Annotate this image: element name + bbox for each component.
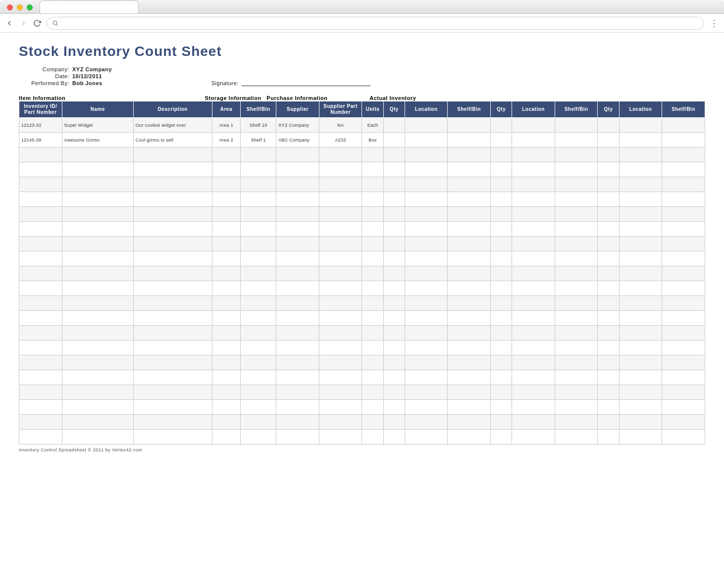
cell[interactable]: [276, 430, 319, 444]
cell[interactable]: [619, 341, 662, 355]
cell[interactable]: [662, 266, 705, 281]
cell[interactable]: [619, 355, 662, 370]
cell[interactable]: [448, 400, 491, 415]
cell[interactable]: [662, 133, 705, 147]
cell[interactable]: [491, 415, 512, 430]
cell[interactable]: [212, 326, 241, 341]
cell[interactable]: [383, 177, 405, 192]
cell[interactable]: [383, 355, 405, 370]
cell[interactable]: [212, 281, 241, 296]
cell[interactable]: [319, 207, 362, 222]
cell[interactable]: [362, 177, 383, 192]
cell[interactable]: [362, 385, 383, 400]
cell[interactable]: [491, 326, 512, 341]
cell[interactable]: [212, 430, 241, 444]
cell[interactable]: [383, 147, 405, 162]
cell[interactable]: [662, 177, 705, 192]
cell[interactable]: [62, 385, 133, 400]
cell[interactable]: [362, 281, 383, 296]
cell[interactable]: [491, 251, 512, 266]
cell[interactable]: [512, 296, 555, 311]
cell[interactable]: [362, 311, 383, 326]
cell[interactable]: [512, 222, 555, 237]
cell[interactable]: [555, 341, 598, 355]
cell[interactable]: [241, 311, 276, 326]
cell[interactable]: [662, 118, 705, 133]
cell[interactable]: [448, 355, 491, 370]
cell[interactable]: [405, 400, 448, 415]
cell[interactable]: [276, 237, 319, 251]
cell[interactable]: [448, 118, 491, 133]
cell[interactable]: [448, 147, 491, 162]
cell[interactable]: [555, 370, 598, 385]
back-button[interactable]: [5, 19, 14, 28]
cell[interactable]: [662, 207, 705, 222]
cell[interactable]: [362, 237, 383, 251]
cell[interactable]: [19, 400, 62, 415]
cell[interactable]: [598, 237, 619, 251]
cell[interactable]: [241, 296, 276, 311]
forward-button[interactable]: [19, 19, 28, 28]
cell[interactable]: [448, 430, 491, 444]
cell[interactable]: [133, 355, 212, 370]
cell[interactable]: [619, 133, 662, 147]
cell[interactable]: Our coolest widget ever: [133, 118, 212, 133]
cell[interactable]: [383, 207, 405, 222]
cell[interactable]: [212, 162, 241, 177]
cell[interactable]: [383, 311, 405, 326]
cell[interactable]: Super Widget: [62, 118, 133, 133]
cell[interactable]: [212, 222, 241, 237]
cell[interactable]: [491, 430, 512, 444]
cell[interactable]: [62, 266, 133, 281]
cell[interactable]: [619, 400, 662, 415]
cell[interactable]: [555, 281, 598, 296]
cell[interactable]: [512, 118, 555, 133]
cell[interactable]: [619, 147, 662, 162]
cell[interactable]: [662, 355, 705, 370]
cell[interactable]: [491, 177, 512, 192]
cell[interactable]: [276, 192, 319, 207]
cell[interactable]: [276, 281, 319, 296]
cell[interactable]: [133, 370, 212, 385]
cell[interactable]: [319, 251, 362, 266]
cell[interactable]: [405, 251, 448, 266]
cell[interactable]: [133, 281, 212, 296]
cell[interactable]: [555, 415, 598, 430]
cell[interactable]: [405, 281, 448, 296]
cell[interactable]: [276, 385, 319, 400]
cell[interactable]: [19, 296, 62, 311]
cell[interactable]: [383, 281, 405, 296]
cell[interactable]: [62, 281, 133, 296]
cell[interactable]: [405, 326, 448, 341]
cell[interactable]: [62, 355, 133, 370]
cell[interactable]: [276, 415, 319, 430]
close-window-button[interactable]: [7, 4, 13, 10]
cell[interactable]: [212, 192, 241, 207]
cell[interactable]: [212, 370, 241, 385]
cell[interactable]: [662, 385, 705, 400]
cell[interactable]: [362, 296, 383, 311]
cell[interactable]: [276, 326, 319, 341]
cell[interactable]: [662, 415, 705, 430]
cell[interactable]: [555, 147, 598, 162]
cell[interactable]: [212, 147, 241, 162]
cell[interactable]: [276, 251, 319, 266]
cell[interactable]: [598, 118, 619, 133]
cell[interactable]: Area 1: [212, 118, 241, 133]
cell[interactable]: [241, 385, 276, 400]
cell[interactable]: [19, 430, 62, 444]
cell[interactable]: [62, 177, 133, 192]
cell[interactable]: [662, 222, 705, 237]
cell[interactable]: [62, 222, 133, 237]
cell[interactable]: [405, 192, 448, 207]
cell[interactable]: [362, 207, 383, 222]
cell[interactable]: [362, 355, 383, 370]
cell[interactable]: [491, 355, 512, 370]
cell[interactable]: [133, 266, 212, 281]
cell[interactable]: [598, 311, 619, 326]
cell[interactable]: [212, 385, 241, 400]
cell[interactable]: [212, 415, 241, 430]
cell[interactable]: [362, 400, 383, 415]
cell[interactable]: [619, 296, 662, 311]
cell[interactable]: [598, 133, 619, 147]
